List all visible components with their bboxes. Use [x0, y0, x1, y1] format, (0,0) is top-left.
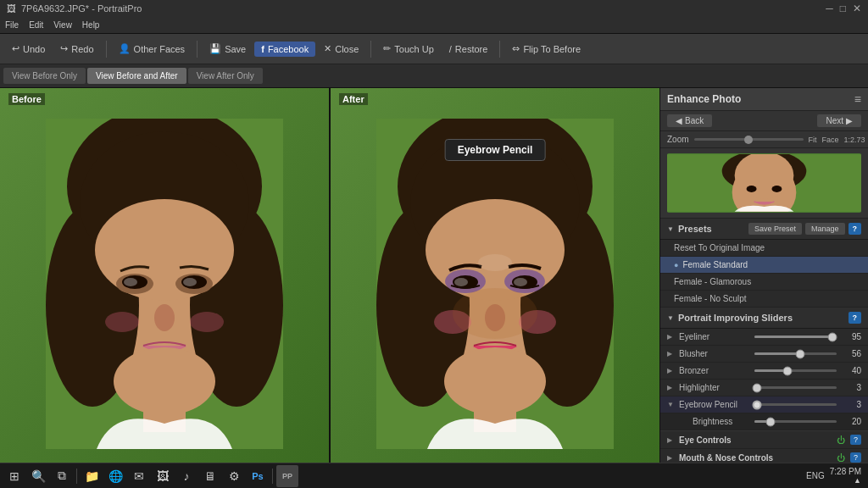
preset-item-no-sculpt[interactable]: Female - No Sculpt — [660, 291, 868, 308]
before-panel: Before — [0, 88, 331, 480]
music-icon[interactable]: ♪ — [175, 465, 198, 487]
taskbar-time: 7:28 PM ▲ — [830, 467, 861, 485]
back-button[interactable]: ◀ Back — [667, 114, 712, 127]
settings-icon[interactable]: ⚙ — [223, 465, 245, 487]
svg-point-32 — [514, 278, 527, 286]
undo-button[interactable]: ↩ Undo — [5, 41, 52, 57]
fit-label: Fit — [809, 136, 817, 144]
after-panel: After Eyebrow Pencil — [331, 88, 659, 480]
taskbar-right: ENG 7:28 PM ▲ — [806, 467, 865, 485]
sliders-help-button[interactable]: ? — [849, 312, 862, 324]
titlebar: 🖼 7P6A9632.JPG* - PortraitPro ─ □ ✕ — [0, 0, 868, 17]
browser-icon[interactable]: 🌐 — [104, 465, 126, 487]
close-icon: ✕ — [324, 43, 331, 54]
restore-button[interactable]: / Restore — [442, 42, 495, 57]
file-explorer-icon[interactable]: 📁 — [81, 465, 103, 487]
mouth-nose-expand-icon[interactable]: ▶ — [667, 454, 676, 462]
panel-menu-icon[interactable]: ≡ — [854, 92, 861, 106]
bronzer-track[interactable] — [754, 369, 837, 372]
tab-after-only[interactable]: View After Only — [188, 68, 263, 84]
thumbnail[interactable] — [667, 153, 861, 213]
view-tabs: View Before Only View Before and After V… — [0, 64, 868, 88]
blusher-track[interactable] — [754, 352, 837, 355]
mouth-nose-help-button[interactable]: ? — [850, 452, 861, 463]
svg-point-31 — [454, 278, 468, 286]
monitor-icon[interactable]: 🖥 — [199, 465, 221, 487]
mouth-nose-power-icon[interactable]: ⏻ — [837, 453, 845, 463]
task-view-button[interactable]: ⧉ — [51, 465, 73, 487]
after-face-svg — [376, 119, 614, 449]
svg-point-39 — [478, 254, 512, 271]
save-icon: 💾 — [209, 43, 221, 54]
presets-help-button[interactable]: ? — [849, 223, 862, 235]
touch-up-icon: ✏ — [383, 43, 391, 54]
slider-eyebrow-pencil: ▼ Eyebrow Pencil 3 — [660, 396, 868, 413]
minimize-button[interactable]: ─ — [826, 3, 833, 14]
slider-highlighter: ▶ Highlighter 3 — [660, 380, 868, 396]
faces-icon: 👤 — [119, 43, 131, 54]
next-button[interactable]: Next ▶ — [817, 114, 861, 127]
flip-icon: ⇔ — [512, 43, 520, 54]
start-button[interactable]: ⊞ — [3, 465, 25, 487]
toolbar-separator-4 — [499, 41, 500, 58]
eye-controls-expand-icon[interactable]: ▶ — [667, 436, 676, 444]
bronzer-expand-icon[interactable]: ▶ — [667, 367, 676, 374]
menu-file[interactable]: File — [5, 20, 19, 30]
highlighter-expand-icon[interactable]: ▶ — [667, 384, 676, 391]
ps-icon[interactable]: Ps — [247, 465, 269, 487]
presets-actions: Save Preset Manage ? — [748, 223, 861, 235]
zoom-slider[interactable] — [694, 138, 804, 141]
restore-icon: / — [449, 44, 452, 54]
eyeliner-track[interactable] — [754, 336, 837, 338]
facebook-button[interactable]: f Facebook — [254, 42, 315, 57]
slider-eyeliner: ▶ Eyeliner 95 — [660, 329, 868, 346]
eyebrow-pencil-value: 3 — [840, 400, 861, 409]
preset-selected-icon: ● — [674, 261, 678, 269]
search-taskbar-button[interactable]: 🔍 — [27, 465, 49, 487]
save-button[interactable]: 💾 Save — [203, 41, 253, 57]
tab-before-only[interactable]: View Before Only — [3, 68, 86, 84]
eye-controls-help-button[interactable]: ? — [850, 435, 861, 445]
preset-item-female-standard[interactable]: ● Female Standard — [660, 257, 868, 274]
thumbnail-svg — [667, 154, 861, 212]
menu-edit[interactable]: Edit — [29, 20, 43, 30]
after-label: After — [339, 93, 368, 105]
preset-item-glamorous[interactable]: Female - Glamorous — [660, 274, 868, 291]
preset-item-reset[interactable]: Reset To Original Image — [660, 240, 868, 257]
save-preset-button[interactable]: Save Preset — [748, 223, 802, 235]
other-faces-button[interactable]: 👤 Other Faces — [112, 41, 192, 57]
close-button[interactable]: ✕ — [853, 3, 861, 14]
mail-icon[interactable]: ✉ — [128, 465, 150, 487]
before-photo[interactable] — [0, 88, 329, 480]
menu-help[interactable]: Help — [82, 20, 100, 30]
redo-button[interactable]: ↪ Redo — [53, 41, 100, 57]
highlighter-track[interactable] — [754, 386, 837, 389]
eyebrow-pencil-track[interactable] — [754, 403, 837, 406]
eyeliner-expand-icon[interactable]: ▶ — [667, 333, 676, 341]
nav-row: ◀ Back Next ▶ — [660, 111, 868, 131]
eyebrow-expand-icon[interactable]: ▼ — [667, 401, 676, 408]
sliders-header[interactable]: ▼ Portrait Improving Sliders ? — [660, 308, 868, 329]
touch-up-button[interactable]: ✏ Touch Up — [376, 41, 440, 57]
before-face-svg — [46, 119, 283, 449]
zoom-row: Zoom Fit Face 1:2.73 — [660, 131, 868, 148]
zoom-label: Zoom — [667, 135, 689, 144]
brightness-track[interactable] — [754, 420, 837, 423]
flip-button[interactable]: ⇔ Flip To Before — [505, 41, 587, 57]
photos-icon[interactable]: 🖼 — [152, 465, 174, 487]
portrait-pro-taskbar[interactable]: PP — [276, 465, 298, 487]
toolbar-separator — [106, 41, 107, 58]
menu-view[interactable]: View — [53, 20, 72, 30]
manage-button[interactable]: Manage — [805, 223, 845, 235]
maximize-button[interactable]: □ — [840, 3, 846, 14]
close-toolbar-button[interactable]: ✕ Close — [317, 41, 365, 57]
slider-brightness: ▶ Brightness 20 — [660, 413, 868, 430]
blusher-label: Blusher — [679, 349, 751, 358]
blusher-value: 56 — [840, 349, 861, 358]
eyebrow-pencil-label: Eyebrow Pencil — [679, 400, 751, 409]
eyeliner-value: 95 — [840, 332, 861, 341]
presets-header[interactable]: ▼ Presets Save Preset Manage ? — [660, 219, 868, 240]
tab-before-after[interactable]: View Before and After — [87, 68, 186, 84]
eye-controls-power-icon[interactable]: ⏻ — [837, 435, 845, 445]
blusher-expand-icon[interactable]: ▶ — [667, 350, 676, 358]
